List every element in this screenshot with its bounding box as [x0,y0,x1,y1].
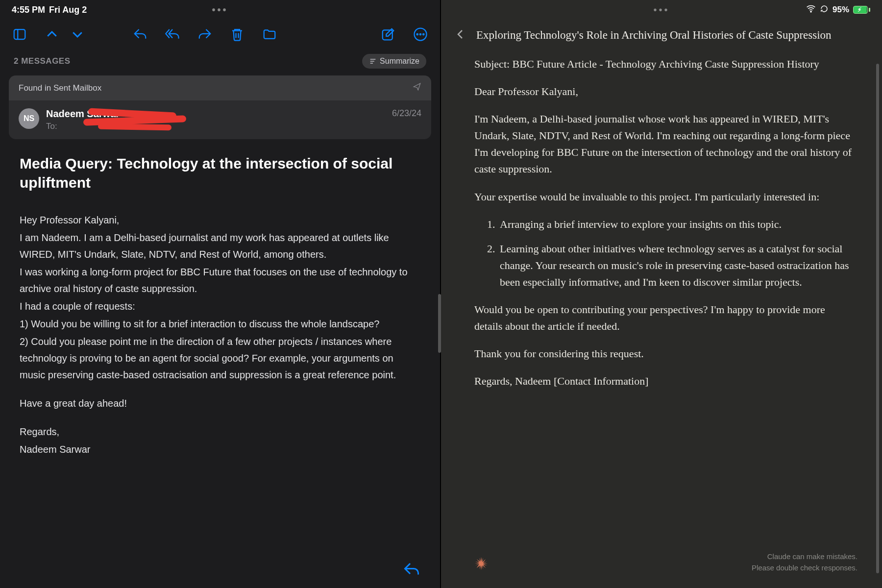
chat-title: Exploring Technology's Role in Archiving… [476,29,832,42]
scrollbar[interactable] [876,64,879,573]
svg-point-4 [417,34,418,35]
battery-percent: 95% [833,5,849,15]
summarize-label: Summarize [380,57,419,66]
chat-body[interactable]: Subject: BBC Future Article - Technology… [441,56,882,551]
svg-rect-2 [383,30,392,40]
mail-text: Hey Professor Kalyani, I am Nadeem. I am… [20,212,420,458]
status-bar-right: ••• 95% ⚡︎ [441,0,882,20]
found-in-label: Found in Sent Mailbox [19,83,101,93]
multitask-dots-icon[interactable]: ••• [212,4,228,16]
move-folder-icon[interactable] [262,26,277,42]
disclaimer-text: Claude can make mistakes. Please double … [752,551,858,573]
svg-point-10 [810,11,811,12]
message-header[interactable]: NS Nadeem Sarwar To: 6/23/24 [9,100,431,139]
mail-app-pane: 4:55 PM Fri Aug 2 ••• [0,0,441,588]
status-time: 4:55 PM [12,5,45,15]
list-item: Learning about other initiatives where t… [498,241,853,291]
claude-app-pane: ••• 95% ⚡︎ Exploring Technology's Role i… [441,0,882,588]
sender-avatar: NS [19,108,39,129]
forward-icon[interactable] [197,26,213,42]
status-bar-left: 4:55 PM Fri Aug 2 ••• [0,0,440,20]
wifi-icon [806,4,816,16]
floating-reply-icon[interactable] [403,561,420,580]
battery-icon: ⚡︎ [853,6,870,14]
trash-icon[interactable] [229,26,245,42]
reply-icon[interactable] [132,26,148,42]
orientation-lock-icon [820,4,829,16]
redacted-recipient [88,110,201,128]
message-date: 6/23/24 [392,108,421,119]
chat-header: Exploring Technology's Role in Archiving… [441,20,882,56]
found-in-banner[interactable]: Found in Sent Mailbox [9,75,431,100]
summarize-button[interactable]: Summarize [362,54,426,69]
mail-toolbar [0,20,440,49]
svg-rect-0 [14,29,25,39]
status-date: Fri Aug 2 [49,5,87,15]
sidebar-toggle-icon[interactable] [12,26,27,42]
messages-count-label: 2 MESSAGES [14,56,71,66]
prev-message-icon[interactable] [44,26,60,42]
list-item: Arranging a brief interview to explore y… [498,216,853,233]
next-message-icon[interactable] [70,26,85,42]
svg-point-6 [423,34,424,35]
chat-subject: Subject: BBC Future Article - Technology… [474,56,853,73]
mail-subject: Media Query: Technology at the intersect… [20,154,420,192]
messages-header: 2 MESSAGES Summarize [0,49,440,75]
mail-body: Media Query: Technology at the intersect… [0,139,440,588]
sent-plane-icon [413,82,421,94]
svg-point-5 [420,34,421,35]
multitask-dots-icon[interactable]: ••• [653,4,669,16]
more-options-icon[interactable] [413,26,428,42]
compose-icon[interactable] [380,26,396,42]
chat-footer: Claude can make mistakes. Please double … [441,551,882,588]
reply-all-icon[interactable] [165,26,180,42]
claude-logo-icon [473,556,489,573]
back-button[interactable] [455,28,466,42]
